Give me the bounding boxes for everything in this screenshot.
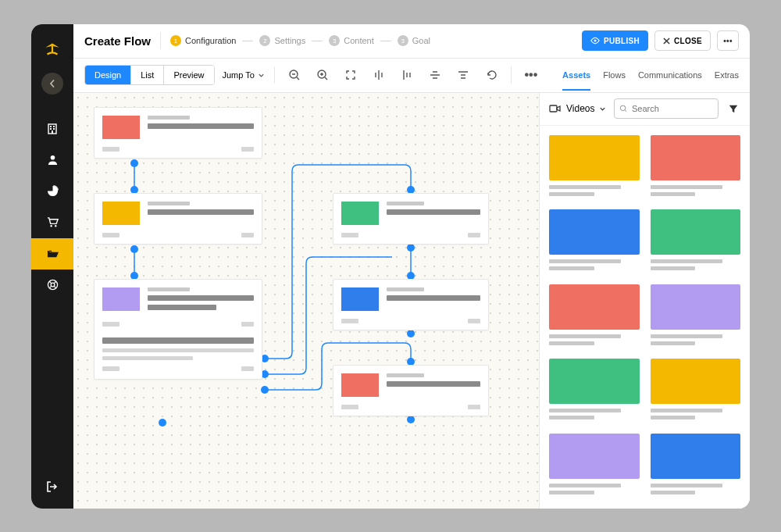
back-button[interactable] [41, 73, 63, 95]
flow-node[interactable] [333, 279, 489, 330]
svg-point-9 [55, 225, 56, 227]
asset-item[interactable] [651, 284, 741, 350]
asset-type-dropdown[interactable]: Videos [547, 100, 608, 117]
body-split: Videos [73, 93, 750, 509]
pie-chart-icon [47, 185, 59, 197]
folder-open-icon [47, 248, 59, 259]
app-logo[interactable] [31, 29, 73, 70]
align-left-button[interactable] [397, 65, 417, 85]
panel-tab-assets[interactable]: Assets [562, 59, 590, 91]
logo-icon [42, 39, 62, 59]
svg-point-15 [130, 159, 138, 167]
panel-tab-extras[interactable]: Extras [715, 59, 739, 91]
logout-icon [46, 480, 59, 493]
asset-item[interactable] [651, 434, 741, 499]
step-configuration[interactable]: 1 Configuration [170, 35, 236, 46]
toolbar-more-button[interactable]: ••• [521, 65, 541, 85]
asset-thumbnail [651, 434, 741, 479]
sidebar-item-user[interactable] [31, 145, 73, 176]
asset-item[interactable] [549, 359, 640, 424]
user-icon [47, 154, 59, 166]
sidebar-item-logout[interactable] [31, 471, 73, 502]
fullscreen-button[interactable] [341, 65, 361, 85]
asset-item[interactable] [549, 434, 640, 499]
align-top-button[interactable] [453, 65, 473, 85]
assets-toolbar: Videos [540, 93, 750, 126]
flow-node[interactable] [94, 107, 262, 159]
filter-button[interactable] [725, 100, 742, 117]
asset-item[interactable] [549, 284, 640, 350]
chevron-left-icon [48, 80, 56, 87]
node-thumbnail [102, 116, 140, 139]
view-switch: Design List Preview [84, 65, 215, 85]
asset-thumbnail [549, 284, 640, 330]
sidebar-item-chart[interactable] [31, 176, 73, 207]
cart-icon [47, 216, 59, 228]
svg-point-30 [621, 105, 626, 111]
svg-point-7 [50, 155, 55, 160]
asset-thumbnail [549, 135, 640, 180]
life-ring-icon [47, 279, 59, 291]
sidebar-item-cart[interactable] [31, 207, 73, 238]
svg-point-27 [407, 330, 415, 337]
asset-thumbnail [651, 359, 741, 404]
asset-thumbnail [549, 434, 640, 479]
asset-item[interactable] [651, 209, 741, 275]
toolbar: Design List Preview Jump To ••• Assets F… [73, 59, 750, 93]
more-button[interactable]: ••• [717, 30, 739, 51]
svg-point-8 [50, 225, 52, 227]
view-tab-list[interactable]: List [131, 66, 164, 84]
step-settings[interactable]: 2 Settings [259, 35, 305, 46]
chevron-down-icon [258, 72, 265, 79]
assets-grid [540, 126, 750, 509]
node-thumbnail [102, 287, 140, 311]
publish-button[interactable]: PUBLISH [582, 30, 648, 51]
svg-rect-3 [53, 126, 55, 127]
page-title: Create Flow [84, 34, 151, 48]
flow-canvas[interactable] [73, 93, 539, 509]
flow-node[interactable] [333, 365, 489, 416]
chevron-down-icon [599, 105, 606, 112]
node-thumbnail [341, 287, 379, 311]
jump-to-dropdown[interactable]: Jump To [223, 70, 265, 80]
step-goal[interactable]: 3 Goal [398, 35, 430, 46]
align-center-v-button[interactable] [425, 65, 445, 85]
close-button[interactable]: CLOSE [654, 30, 711, 51]
asset-search[interactable] [614, 98, 719, 119]
panel-tab-flows[interactable]: Flows [603, 59, 626, 91]
svg-rect-4 [50, 128, 52, 130]
building-icon [46, 123, 59, 135]
panel-tabs: Assets Flows Communications Extras [562, 59, 739, 91]
asset-item[interactable] [651, 135, 741, 201]
align-center-h-button[interactable] [369, 65, 389, 85]
video-camera-icon [549, 103, 562, 114]
view-tab-preview[interactable]: Preview [164, 66, 213, 84]
undo-button[interactable] [481, 65, 501, 85]
sidebar-item-support[interactable] [31, 270, 73, 301]
search-icon [619, 104, 627, 113]
flow-node[interactable] [94, 279, 262, 380]
svg-point-22 [261, 386, 269, 394]
svg-point-24 [407, 244, 415, 252]
flow-node[interactable] [333, 193, 489, 245]
svg-point-19 [159, 419, 166, 427]
sidebar-item-building[interactable] [31, 113, 73, 145]
svg-point-28 [407, 416, 415, 423]
zoom-out-button[interactable] [284, 65, 305, 85]
svg-rect-0 [52, 45, 53, 52]
asset-item[interactable] [549, 209, 640, 275]
asset-item[interactable] [651, 359, 741, 424]
flow-node[interactable] [94, 193, 262, 245]
search-input[interactable] [632, 104, 713, 113]
panel-tab-communications[interactable]: Communications [638, 59, 702, 91]
sidebar-item-folder[interactable] [31, 238, 73, 270]
svg-point-17 [130, 245, 138, 253]
asset-thumbnail [651, 135, 741, 180]
view-tab-design[interactable]: Design [85, 66, 131, 84]
zoom-in-button[interactable] [312, 65, 333, 85]
asset-item[interactable] [549, 135, 640, 201]
step-content[interactable]: 3 Content [329, 35, 374, 46]
assets-panel: Videos [539, 93, 750, 509]
asset-thumbnail [651, 209, 741, 255]
svg-point-12 [594, 40, 597, 42]
